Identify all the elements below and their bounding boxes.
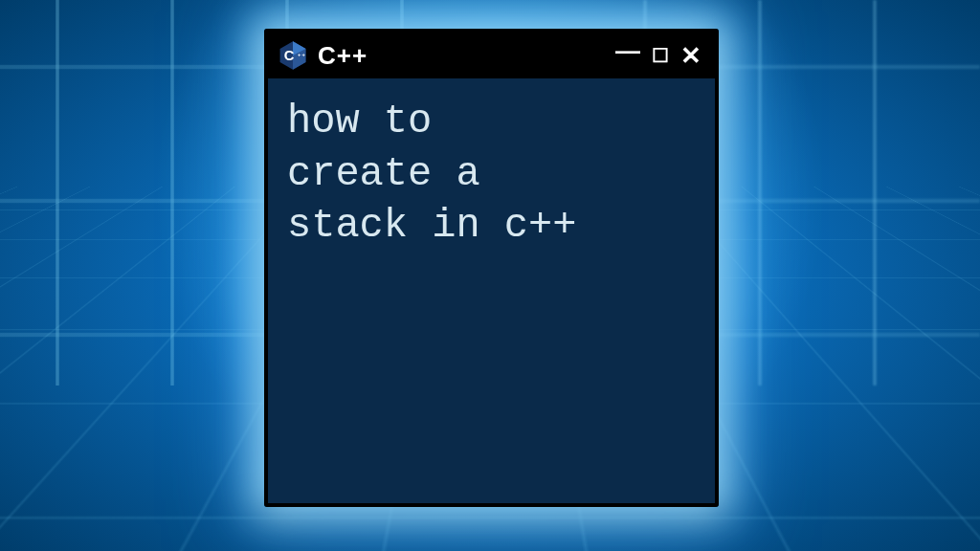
terminal-text: how to create a stack in c++ [287,96,696,253]
close-icon[interactable]: ✕ [680,43,702,68]
window-title: C++ [318,41,606,71]
window-controls: — ☐ ✕ [615,43,702,68]
terminal-window: C + + C++ — ☐ ✕ how to create a stack in… [264,29,719,507]
terminal-content: how to create a stack in c++ [268,78,715,503]
svg-text:C: C [284,48,295,63]
cpp-logo-icon: C + + [278,40,308,71]
titlebar[interactable]: C + + C++ — ☐ ✕ [268,33,715,78]
maximize-icon[interactable]: ☐ [652,46,669,65]
minimize-icon[interactable]: — [615,38,640,63]
